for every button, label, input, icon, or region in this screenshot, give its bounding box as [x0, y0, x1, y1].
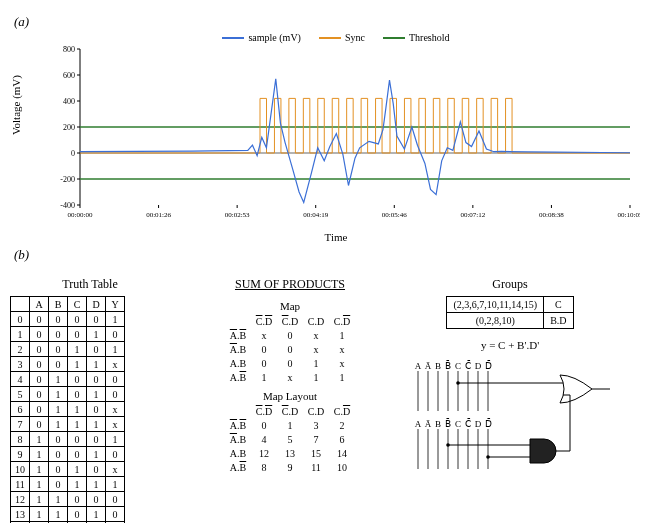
svg-text:600: 600 — [63, 71, 75, 80]
svg-text:00:08:38: 00:08:38 — [539, 211, 564, 219]
groups-title: Groups — [410, 277, 610, 292]
svg-text:00:02:53: 00:02:53 — [225, 211, 250, 219]
svg-text:D: D — [475, 419, 482, 429]
svg-text:B: B — [435, 361, 441, 371]
svg-text:C̄: C̄ — [465, 418, 471, 429]
truth-table: ABCDY00000110001020010130011x40100050101… — [10, 296, 125, 523]
truth-table-title: Truth Table — [10, 277, 170, 292]
kmap-layout: C.DC.DC.DC.DA.B0132A.B4576A.B12131514A.B… — [225, 404, 355, 474]
svg-text:D̄: D̄ — [485, 418, 492, 429]
svg-text:B̄: B̄ — [445, 360, 451, 371]
svg-text:00:10:05: 00:10:05 — [618, 211, 640, 219]
svg-text:400: 400 — [63, 97, 75, 106]
voltage-chart: Voltage (mV) -400-200020040060080000:00:… — [50, 45, 640, 225]
svg-text:B: B — [435, 419, 441, 429]
boolean-equation: y = C + B'.D' — [410, 339, 610, 351]
svg-text:00:00:00: 00:00:00 — [68, 211, 93, 219]
svg-text:-400: -400 — [60, 201, 75, 210]
chart-svg: -400-200020040060080000:00:0000:01:2600:… — [50, 45, 640, 225]
svg-text:800: 800 — [63, 45, 75, 54]
sop-title: SUM OF PRODUCTS — [190, 277, 390, 292]
svg-text:Ā: Ā — [425, 419, 432, 429]
svg-text:Ā: Ā — [425, 361, 432, 371]
svg-text:200: 200 — [63, 123, 75, 132]
svg-text:B̄: B̄ — [445, 418, 451, 429]
chart-legend: sample (mV) Sync Threshold — [10, 32, 652, 43]
panel-b-label: (b) — [14, 247, 652, 263]
kmap-values: C.DC.DC.DC.DA.Bx0x1A.B00xxA.B001xA.B1x11 — [225, 314, 355, 384]
svg-text:D̄: D̄ — [485, 360, 492, 371]
kmap-layout-label: Map Layout — [190, 390, 390, 402]
svg-text:00:05:46: 00:05:46 — [382, 211, 407, 219]
y-axis-label: Voltage (mV) — [10, 75, 22, 135]
svg-text:00:04:19: 00:04:19 — [303, 211, 328, 219]
svg-point-71 — [486, 455, 490, 459]
svg-text:C: C — [455, 419, 461, 429]
legend-threshold: Threshold — [409, 32, 450, 43]
legend-sync: Sync — [345, 32, 365, 43]
svg-text:-200: -200 — [60, 175, 75, 184]
panel-a-label: (a) — [14, 14, 652, 30]
svg-text:D: D — [475, 361, 482, 371]
legend-sample: sample (mV) — [248, 32, 301, 43]
svg-text:0: 0 — [71, 149, 75, 158]
svg-point-67 — [456, 381, 460, 385]
x-axis-label: Time — [10, 231, 652, 243]
logic-circuit: AĀBB̄CC̄DD̄AĀBB̄CC̄DD̄ — [410, 359, 620, 479]
svg-text:C: C — [455, 361, 461, 371]
svg-text:A: A — [415, 361, 422, 371]
svg-text:00:01:26: 00:01:26 — [146, 211, 171, 219]
svg-text:C̄: C̄ — [465, 360, 471, 371]
svg-text:A: A — [415, 419, 422, 429]
groups-table: (2,3,6,7,10,11,14,15)C(0,2,8,10)B.D — [446, 296, 573, 329]
svg-text:00:07:12: 00:07:12 — [460, 211, 485, 219]
svg-point-70 — [446, 443, 450, 447]
kmap-label: Map — [190, 300, 390, 312]
